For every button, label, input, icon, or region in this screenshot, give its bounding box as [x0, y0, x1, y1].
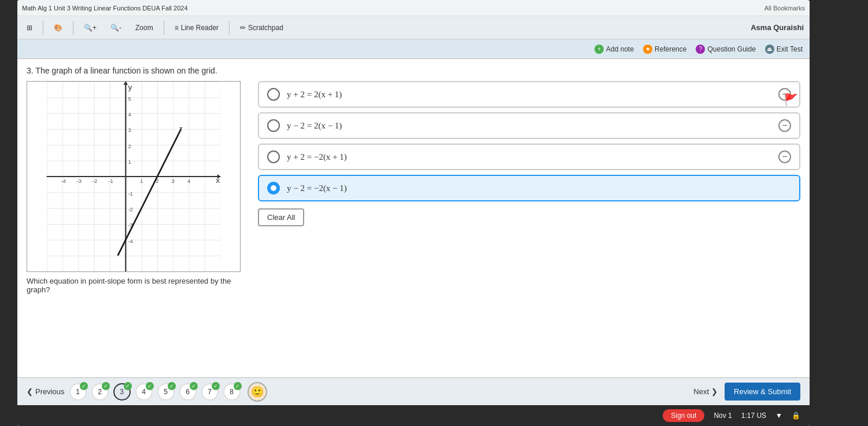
user-name: Asma Quraishi	[751, 23, 804, 32]
reference-button[interactable]: ★ Reference	[643, 45, 686, 54]
radio-d-inner	[271, 185, 276, 191]
check-6: ✓	[190, 382, 198, 390]
question-guide-button[interactable]: ? Question Guide	[696, 45, 755, 54]
svg-text:y: y	[128, 83, 132, 91]
answer-text-d: y − 2 = −2(x − 1)	[287, 183, 347, 193]
line-reader-label: Line Reader	[181, 24, 219, 32]
page-3[interactable]: 3 ✓	[113, 383, 131, 401]
svg-text:-4: -4	[61, 178, 66, 184]
svg-text:3: 3	[172, 178, 175, 184]
grid-icon: ⊞	[27, 24, 32, 32]
sep3	[164, 21, 164, 35]
svg-text:2: 2	[128, 143, 131, 149]
color-button[interactable]: 🎨	[50, 23, 66, 33]
eliminate-b-button[interactable]: −	[778, 119, 791, 132]
scratchpad-label: Scratchpad	[248, 24, 283, 32]
check-5: ✓	[168, 382, 176, 390]
scratchpad-button[interactable]: ✏ Scratchpad	[237, 23, 287, 33]
grid-button[interactable]: ⊞	[23, 23, 36, 33]
bookmarks-label: All Bookmarks	[764, 5, 805, 12]
svg-text:-1: -1	[108, 178, 113, 184]
radio-b[interactable]	[267, 119, 280, 132]
check-4: ✓	[146, 382, 154, 390]
main-content: 3. The graph of a linear function is sho…	[17, 59, 810, 377]
svg-text:4: 4	[128, 111, 131, 117]
radio-d[interactable]	[267, 182, 280, 194]
next-chevron-icon: ❯	[711, 387, 718, 396]
answer-choice-d[interactable]: y − 2 = −2(x − 1)	[258, 175, 800, 201]
page-1[interactable]: 1 ✓	[69, 383, 87, 401]
review-submit-button[interactable]: Review & Submit	[725, 383, 800, 401]
svg-text:-3: -3	[77, 178, 82, 184]
question-subtext: Which equation in point-slope form is be…	[27, 277, 231, 294]
previous-label: Previous	[35, 387, 65, 396]
answer-area: y + 2 = 2(x + 1) − y − 2 = 2(x − 1) − y …	[258, 81, 800, 370]
add-note-label: Add note	[606, 45, 634, 53]
line-reader-button[interactable]: ≡ Line Reader	[171, 23, 222, 33]
answer-choice-c[interactable]: y + 2 = −2(x + 1) −	[258, 144, 800, 170]
exit-test-label: Exit Test	[777, 45, 803, 53]
svg-text:-2: -2	[128, 206, 133, 212]
clear-all-button[interactable]: Clear All	[258, 208, 304, 226]
flag-icon[interactable]: 🚩	[784, 93, 798, 106]
zoom-button[interactable]: Zoom	[132, 23, 157, 33]
question-body: x y -4 -3 -2 -1 1 2 3 4 5 4 3 2	[27, 81, 800, 370]
svg-text:-2: -2	[93, 178, 98, 184]
radio-a[interactable]	[267, 88, 280, 101]
page-5[interactable]: 5 ✓	[157, 383, 175, 401]
previous-button[interactable]: ❮ Previous	[27, 387, 65, 396]
lock-icon: 🔒	[792, 412, 800, 420]
svg-text:3: 3	[128, 127, 131, 133]
page-6[interactable]: 6 ✓	[179, 383, 197, 401]
answer-text-b: y − 2 = 2(x − 1)	[287, 121, 342, 131]
sep4	[229, 21, 230, 35]
smiley-button[interactable]: 🙂	[248, 382, 267, 402]
zoom-out-icon: 🔍-	[110, 24, 121, 32]
eliminate-c-button[interactable]: −	[778, 150, 791, 163]
graph-area: x y -4 -3 -2 -1 1 2 3 4 5 4 3 2	[27, 81, 246, 370]
answer-text-c: y + 2 = −2(x + 1)	[287, 152, 347, 162]
exit-test-icon: ⏏	[765, 45, 774, 54]
add-note-icon: +	[594, 45, 604, 54]
bottom-nav: ❮ Previous 1 ✓ 2 ✓ 3 ✓ 4 ✓ 5 ✓ 6 ✓ 7	[17, 377, 810, 405]
question-number: 3. The graph of a linear function is sho…	[27, 66, 800, 75]
wifi-icon: ▼	[775, 412, 782, 420]
page-2[interactable]: 2 ✓	[91, 383, 109, 401]
page-4[interactable]: 4 ✓	[135, 383, 153, 401]
zoom-in-icon: 🔍+	[84, 24, 97, 32]
browser-bar: Math Alg 1 Unit 3 Writing Linear Functio…	[17, 0, 810, 16]
page-7[interactable]: 7 ✓	[201, 383, 219, 401]
scratchpad-icon: ✏	[240, 24, 246, 32]
nav-right: Next ❯ Review & Submit	[693, 383, 800, 401]
q-text: The graph of a linear function is shown …	[35, 66, 217, 75]
question-guide-label: Question Guide	[707, 45, 755, 53]
status-bar: Sign out Nov 1 1:17 US ▼ 🔒	[17, 405, 810, 426]
status-date: Nov 1	[714, 412, 732, 420]
svg-text:1: 1	[140, 178, 143, 184]
check-3: ✓	[124, 382, 132, 390]
answer-choice-a[interactable]: y + 2 = 2(x + 1) −	[258, 81, 800, 108]
sep1	[43, 21, 43, 35]
svg-text:-1: -1	[128, 190, 133, 197]
sep2	[73, 21, 73, 35]
radio-c[interactable]	[267, 150, 280, 163]
next-button[interactable]: Next ❯	[693, 387, 718, 396]
svg-text:1: 1	[128, 159, 131, 165]
svg-text:-4: -4	[128, 238, 133, 244]
zoom-in-button[interactable]: 🔍+	[80, 23, 100, 33]
add-note-button[interactable]: + Add note	[594, 45, 634, 54]
question-guide-icon: ?	[696, 45, 705, 54]
graph-svg: x y -4 -3 -2 -1 1 2 3 4 5 4 3 2	[27, 82, 240, 271]
svg-text:4: 4	[187, 178, 191, 184]
page-8[interactable]: 8 ✓	[223, 383, 241, 401]
svg-text:x: x	[216, 176, 220, 185]
exit-test-button[interactable]: ⏏ Exit Test	[765, 45, 803, 54]
check-1: ✓	[80, 382, 88, 390]
answer-choice-b[interactable]: y − 2 = 2(x − 1) −	[258, 112, 800, 139]
sign-out-button[interactable]: Sign out	[663, 409, 704, 422]
zoom-out-button[interactable]: 🔍-	[107, 23, 125, 33]
status-time: 1:17 US	[741, 412, 766, 420]
graph-container: x y -4 -3 -2 -1 1 2 3 4 5 4 3 2	[27, 81, 241, 272]
reference-icon: ★	[643, 45, 652, 54]
next-label: Next	[693, 387, 709, 396]
